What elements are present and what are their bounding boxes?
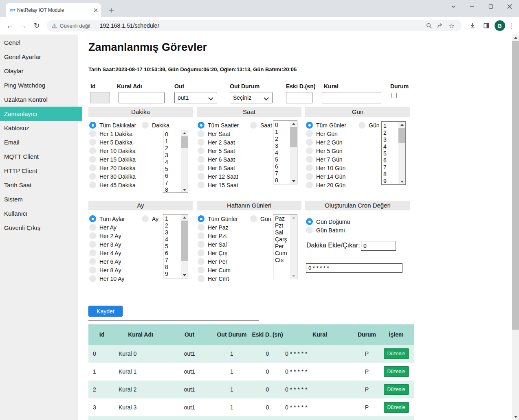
sidebar-item[interactable]: Genel [0, 35, 82, 50]
radio-button[interactable] [89, 275, 96, 282]
not-secure-warning-icon[interactable]: ⚠ [52, 22, 57, 29]
list-option[interactable]: 7 [275, 170, 290, 177]
radio-button[interactable] [306, 218, 313, 225]
scrollbar-thumb[interactable] [512, 41, 519, 330]
list-option[interactable]: 5 [165, 166, 181, 173]
list-option[interactable]: 10 [165, 278, 181, 278]
radio-button[interactable] [306, 122, 313, 129]
list-option[interactable]: 0 [275, 122, 290, 129]
sidebar-item[interactable]: Uzaktan Kontrol [0, 92, 82, 107]
kural-adi-input[interactable] [119, 92, 165, 103]
out-durum-select[interactable]: Seçiniz [230, 92, 273, 103]
radio-button[interactable] [306, 130, 313, 137]
radio-button[interactable] [250, 122, 257, 129]
radio-button[interactable] [198, 258, 205, 265]
maximize-icon[interactable] [482, 0, 500, 13]
list-option[interactable]: 8 [165, 264, 181, 271]
radio-button[interactable] [142, 215, 149, 222]
radio-button[interactable] [306, 147, 313, 154]
radio-button[interactable] [198, 249, 205, 256]
radio-button[interactable] [306, 156, 313, 163]
list-option[interactable]: 7 [165, 257, 181, 264]
list-option[interactable]: Per [275, 243, 290, 250]
listbox-scrollbar[interactable] [398, 122, 405, 184]
radio-button[interactable] [198, 182, 205, 188]
sidebar-item[interactable]: Güvenli Çıkış [0, 221, 82, 235]
share-icon[interactable] [435, 20, 446, 31]
save-button[interactable]: Kaydet [88, 306, 123, 317]
radio-button[interactable] [198, 139, 205, 146]
sidebar-item[interactable]: Tarih Saat [0, 178, 82, 192]
list-option[interactable]: 2 [165, 222, 181, 229]
radio-button[interactable] [89, 182, 96, 188]
list-option[interactable]: 1 [165, 215, 181, 222]
tab-search-chevron-icon[interactable] [444, 0, 463, 13]
sidebar-item[interactable]: Genel Ayarlar [0, 50, 82, 64]
radio-button[interactable] [198, 130, 205, 137]
radio-button[interactable] [89, 156, 96, 163]
eski-d-input[interactable] [286, 92, 312, 103]
list-option[interactable]: 7 [165, 179, 181, 186]
radio-button[interactable] [89, 267, 96, 273]
radio-button[interactable] [306, 227, 313, 234]
sidebar-item[interactable]: Kablosuz [0, 121, 82, 135]
list-option[interactable]: 1 [275, 129, 290, 136]
durum-checkbox[interactable] [391, 93, 397, 98]
radio-button[interactable] [89, 147, 96, 154]
search-icon[interactable] [423, 20, 435, 31]
gun-listbox[interactable]: 1 2 3 4 5 6 7 [381, 121, 406, 185]
list-option[interactable]: 0 [165, 131, 181, 138]
list-option[interactable]: 3 [275, 142, 290, 149]
radio-button[interactable] [142, 122, 149, 129]
list-option[interactable]: 4 [275, 149, 290, 156]
edit-button[interactable]: Düzenle [384, 402, 409, 413]
list-option[interactable]: Cts [275, 257, 290, 264]
list-option[interactable]: Cum [275, 250, 290, 257]
list-option[interactable]: 5 [165, 243, 181, 250]
list-option[interactable]: 8 [165, 186, 181, 192]
radio-button[interactable] [89, 249, 96, 256]
list-option[interactable]: 1 [165, 138, 181, 145]
new-tab-button[interactable] [106, 5, 117, 15]
close-icon[interactable] [500, 0, 519, 13]
list-option[interactable]: 8 [275, 177, 290, 184]
list-option[interactable]: 2 [275, 136, 290, 142]
sidebar-item[interactable]: Sistem [0, 192, 82, 206]
bookmark-star-icon[interactable]: ☆ [446, 20, 457, 31]
scroll-down-icon[interactable] [512, 414, 519, 420]
radio-button[interactable] [306, 164, 313, 171]
radio-button[interactable] [89, 173, 96, 180]
sidebar-item[interactable]: HTTP Client [0, 164, 82, 178]
scroll-up-icon[interactable] [512, 35, 519, 41]
dakika-ekle-cikar-input[interactable] [361, 241, 396, 251]
page-scrollbar[interactable] [512, 35, 519, 420]
tab-close-icon[interactable] [94, 8, 98, 12]
url-text[interactable]: 192.168.1.51/scheduler [100, 22, 423, 29]
list-option[interactable]: Paz [275, 215, 290, 222]
radio-button[interactable] [89, 224, 96, 231]
list-option[interactable]: 5 [275, 156, 290, 163]
list-option[interactable]: Pzt [275, 222, 290, 229]
out-select[interactable]: out1 [174, 92, 217, 103]
list-option[interactable]: 7 [383, 164, 398, 171]
sidebar-item[interactable]: Email [0, 135, 82, 149]
list-option[interactable]: Çarş [275, 236, 290, 243]
listbox-scrollbar[interactable] [181, 130, 188, 192]
radio-button[interactable] [198, 147, 205, 154]
address-bar[interactable]: ⚠ Güvenli değil 192.168.1.51/scheduler ☆ [47, 20, 462, 31]
saat-listbox[interactable]: 0 1 2 3 4 5 6 [273, 120, 297, 184]
sidebar-item[interactable]: MQTT Client [0, 149, 82, 164]
profile-avatar[interactable]: B [495, 20, 505, 31]
hafta-listbox[interactable]: Paz Pzt Sal Çarş Per Cum Cts [273, 214, 297, 279]
list-option[interactable]: 4 [383, 143, 398, 150]
cron-value-input[interactable] [306, 263, 402, 273]
radio-button[interactable] [198, 275, 205, 282]
menu-kebab-icon[interactable]: ⋮ [508, 22, 516, 30]
list-option[interactable]: 9 [383, 178, 398, 184]
radio-button[interactable] [89, 258, 96, 265]
list-option[interactable]: 1 [383, 122, 398, 129]
list-option[interactable]: Sal [275, 229, 290, 236]
radio-button[interactable] [306, 182, 313, 188]
radio-button[interactable] [250, 215, 257, 222]
radio-button[interactable] [198, 164, 205, 171]
